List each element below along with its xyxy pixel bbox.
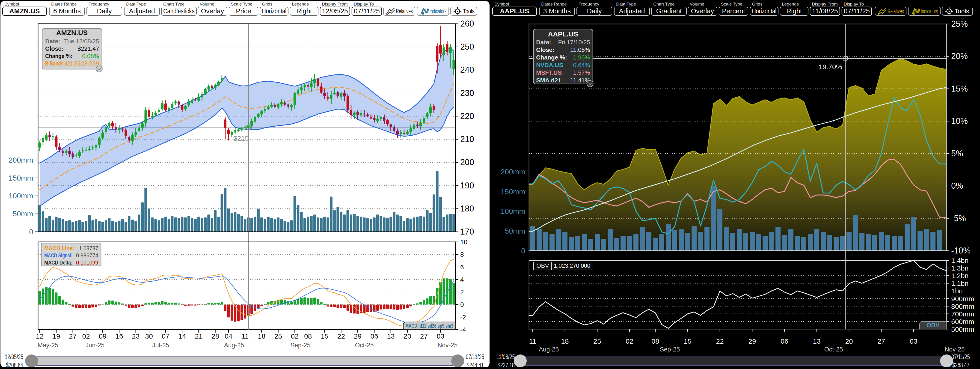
svg-text:0: 0 bbox=[521, 247, 525, 255]
svg-text:1.1bn: 1.1bn bbox=[951, 280, 969, 287]
svg-text:11: 11 bbox=[529, 337, 536, 345]
svg-text:190: 190 bbox=[460, 181, 474, 190]
svg-text:28: 28 bbox=[212, 332, 219, 340]
svg-text:210: 210 bbox=[460, 134, 474, 144]
svg-text:Aug-25: Aug-25 bbox=[539, 346, 559, 353]
svg-text:13: 13 bbox=[813, 337, 821, 345]
svg-text:$227.18: $227.18 bbox=[498, 361, 515, 369]
svg-text:-0.986774: -0.986774 bbox=[74, 253, 98, 259]
svg-text:15: 15 bbox=[321, 332, 328, 340]
svg-text:MACD Line:: MACD Line: bbox=[44, 245, 74, 251]
svg-text:260: 260 bbox=[460, 19, 474, 29]
svg-text:500mm: 500mm bbox=[951, 325, 974, 333]
svg-text:18: 18 bbox=[561, 337, 569, 345]
svg-text:900mm: 900mm bbox=[951, 295, 974, 302]
svg-text:-1.08787: -1.08787 bbox=[77, 245, 98, 251]
svg-text:09: 09 bbox=[99, 332, 106, 340]
svg-text:150mm: 150mm bbox=[8, 174, 33, 182]
svg-text:11/08/25: 11/08/25 bbox=[812, 7, 838, 15]
svg-text:MACD Signal:: MACD Signal: bbox=[44, 253, 72, 259]
svg-text:Grids: Grids bbox=[262, 2, 272, 6]
svg-text:Scale Type: Scale Type bbox=[721, 2, 743, 6]
svg-text:Relatives: Relatives bbox=[396, 8, 413, 15]
svg-text:1.2bn: 1.2bn bbox=[951, 272, 969, 280]
svg-text:Tools: Tools bbox=[955, 8, 969, 15]
svg-text:AAPL.US: AAPL.US bbox=[548, 30, 578, 38]
svg-text:B-Bands d21: B-Bands d21 bbox=[45, 60, 72, 67]
svg-text:25: 25 bbox=[274, 332, 282, 340]
svg-text:Frequency: Frequency bbox=[579, 2, 599, 6]
svg-text:12: 12 bbox=[36, 332, 44, 340]
svg-text:800mm: 800mm bbox=[951, 302, 974, 310]
svg-text:13: 13 bbox=[387, 332, 395, 340]
svg-text:2: 2 bbox=[460, 288, 464, 296]
svg-text:NVDA.US: NVDA.US bbox=[536, 62, 563, 68]
svg-text:02: 02 bbox=[291, 332, 299, 340]
svg-text:Scale Type: Scale Type bbox=[231, 2, 253, 6]
svg-text:Display To: Display To bbox=[354, 2, 374, 6]
svg-text:Adjusted: Adjusted bbox=[129, 7, 155, 15]
svg-text:29: 29 bbox=[354, 332, 361, 340]
svg-text:Legends: Legends bbox=[292, 2, 309, 6]
svg-text:06: 06 bbox=[781, 337, 788, 345]
svg-text:8: 8 bbox=[460, 251, 464, 258]
svg-text:07/11/25: 07/11/25 bbox=[844, 7, 870, 15]
svg-text:11: 11 bbox=[242, 332, 248, 340]
svg-text:Indicators: Indicators bbox=[921, 8, 938, 15]
svg-text:240: 240 bbox=[460, 65, 474, 75]
svg-text:Dates Range: Dates Range bbox=[541, 2, 567, 6]
svg-text:20: 20 bbox=[404, 332, 411, 340]
svg-text:0: 0 bbox=[29, 227, 33, 236]
svg-text:AMZN.US: AMZN.US bbox=[9, 7, 40, 15]
svg-text:1.4bn: 1.4bn bbox=[951, 257, 969, 264]
svg-text:27: 27 bbox=[877, 337, 885, 345]
svg-text:$223.839: $223.839 bbox=[74, 60, 99, 67]
svg-text:Oct-25: Oct-25 bbox=[355, 342, 374, 349]
svg-text:-1.57%: -1.57% bbox=[571, 69, 590, 76]
svg-text:Right: Right bbox=[786, 7, 802, 15]
svg-text:19: 19 bbox=[52, 332, 60, 340]
svg-text:0: 0 bbox=[460, 301, 464, 308]
svg-text:25%: 25% bbox=[951, 19, 968, 29]
svg-text:3 Months: 3 Months bbox=[543, 7, 571, 15]
svg-text:Indicators: Indicators bbox=[430, 8, 446, 15]
svg-text:16: 16 bbox=[115, 332, 123, 340]
svg-text:25: 25 bbox=[593, 337, 601, 345]
svg-text:600mm: 600mm bbox=[951, 318, 974, 325]
svg-text:02: 02 bbox=[82, 332, 90, 340]
svg-text:250: 250 bbox=[460, 42, 474, 51]
svg-text:180: 180 bbox=[460, 204, 474, 213]
svg-text:18: 18 bbox=[258, 332, 266, 340]
svg-text:1.3bn: 1.3bn bbox=[951, 264, 969, 272]
svg-text:$215: $215 bbox=[233, 134, 249, 142]
svg-text:100mm: 100mm bbox=[8, 192, 33, 200]
svg-text:5%: 5% bbox=[951, 149, 963, 158]
svg-text:Sep-25: Sep-25 bbox=[660, 346, 680, 353]
svg-text:Jul-25: Jul-25 bbox=[152, 342, 169, 349]
svg-text:200mm: 200mm bbox=[8, 156, 33, 164]
svg-text:AMZN.US: AMZN.US bbox=[56, 29, 88, 37]
svg-text:11.05%: 11.05% bbox=[570, 46, 590, 53]
svg-text:Volume: Volume bbox=[200, 2, 214, 6]
svg-text:Change %:: Change %: bbox=[45, 52, 72, 59]
svg-text:07/11/25: 07/11/25 bbox=[466, 353, 484, 361]
svg-text:Symbol: Symbol bbox=[495, 2, 509, 6]
svg-text:MACD fd12 sd26 sp9 sm3: MACD fd12 sd26 sp9 sm3 bbox=[406, 323, 453, 329]
svg-text:1.96%: 1.96% bbox=[573, 54, 590, 61]
svg-text:11/08/25: 11/08/25 bbox=[496, 353, 515, 361]
svg-text:10: 10 bbox=[460, 239, 468, 246]
svg-text:Relatives: Relatives bbox=[888, 8, 904, 15]
svg-text:$221.47: $221.47 bbox=[78, 45, 99, 52]
svg-text:Date:: Date: bbox=[536, 39, 551, 46]
svg-text:Dates Range: Dates Range bbox=[51, 2, 77, 6]
svg-text:12/05/25: 12/05/25 bbox=[5, 353, 23, 361]
svg-text:29: 29 bbox=[748, 337, 756, 345]
svg-text:Price: Price bbox=[236, 7, 251, 15]
svg-text:1,023,270,000: 1,023,270,000 bbox=[554, 262, 590, 269]
svg-text:Data Type: Data Type bbox=[126, 2, 146, 6]
svg-text:22: 22 bbox=[716, 337, 724, 345]
svg-text:Frequency: Frequency bbox=[89, 2, 109, 6]
svg-text:$208.64: $208.64 bbox=[6, 361, 23, 369]
svg-text:May-25: May-25 bbox=[38, 342, 58, 349]
svg-text:6: 6 bbox=[460, 264, 464, 271]
